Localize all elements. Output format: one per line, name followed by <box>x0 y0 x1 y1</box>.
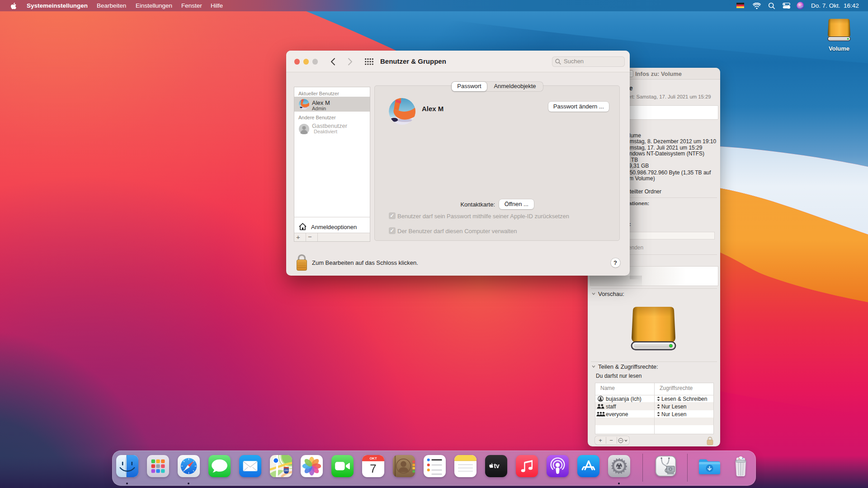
svg-text:OKT: OKT <box>369 456 377 460</box>
svg-text:tv: tv <box>494 463 500 469</box>
svg-text:280: 280 <box>284 469 288 472</box>
svg-text:7: 7 <box>370 462 377 475</box>
